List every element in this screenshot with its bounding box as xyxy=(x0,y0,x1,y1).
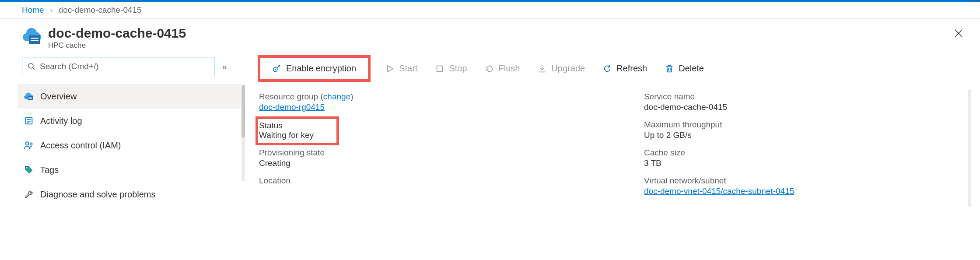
hpc-cache-icon xyxy=(22,26,43,47)
main-content: Enable encryption Start Stop Flush Upgra… xyxy=(241,54,980,207)
status-label: Status xyxy=(259,121,314,130)
location-label: Location xyxy=(259,176,618,186)
service-name-value: doc-demo-cache-0415 xyxy=(644,102,950,112)
sidebar-item-label: Overview xyxy=(40,91,77,102)
sidebar-nav: Overview Activity log Access control (IA… xyxy=(18,84,241,207)
provisioning-label: Provisioning state xyxy=(259,148,618,158)
close-button[interactable] xyxy=(954,28,963,41)
highlight-status: Status Waiting for key xyxy=(259,120,336,142)
field-service-name: Service name doc-demo-cache-0415 xyxy=(644,92,950,112)
breadcrumb-home[interactable]: Home xyxy=(22,5,44,14)
sidebar-item-activity-log[interactable]: Activity log xyxy=(18,109,241,133)
svg-rect-2 xyxy=(31,40,38,41)
svg-rect-5 xyxy=(28,96,33,100)
field-vnet: Virtual network/subnet doc-demo-vnet-041… xyxy=(644,176,950,196)
flush-label: Flush xyxy=(499,63,520,74)
toolbar: Enable encryption Start Stop Flush Upgra… xyxy=(257,54,980,83)
play-icon xyxy=(385,64,395,74)
key-icon xyxy=(272,64,282,74)
field-location: Location xyxy=(259,176,618,186)
max-throughput-label: Maximum throughput xyxy=(644,120,950,130)
svg-point-14 xyxy=(30,143,32,145)
field-cache-size: Cache size 3 TB xyxy=(644,148,950,168)
highlight-enable-encryption: Enable encryption xyxy=(259,56,369,81)
refresh-icon xyxy=(602,64,612,74)
stop-label: Stop xyxy=(449,63,467,74)
max-throughput-value: Up to 2 GB/s xyxy=(644,130,950,140)
cloud-file-icon xyxy=(24,91,34,102)
sidebar: « Overview Activity log Access control (… xyxy=(18,54,241,207)
page-header: doc-demo-cache-0415 HPC cache xyxy=(0,19,980,54)
svg-rect-7 xyxy=(28,98,32,98)
search-input-wrap[interactable] xyxy=(22,57,214,76)
svg-point-3 xyxy=(28,63,33,68)
close-icon xyxy=(954,28,963,38)
field-provisioning: Provisioning state Creating xyxy=(259,148,618,168)
start-label: Start xyxy=(399,63,417,74)
svg-point-13 xyxy=(26,142,29,145)
cache-size-label: Cache size xyxy=(644,148,950,158)
service-name-label: Service name xyxy=(644,92,950,102)
refresh-label: Refresh xyxy=(616,63,647,74)
field-max-throughput: Maximum throughput Up to 2 GB/s xyxy=(644,120,950,140)
sidebar-item-label: Diagnose and solve problems xyxy=(40,190,156,200)
svg-line-4 xyxy=(33,68,35,70)
sidebar-item-label: Access control (IAM) xyxy=(40,141,121,151)
upgrade-button[interactable]: Upgrade xyxy=(536,61,587,76)
cache-size-value: 3 TB xyxy=(644,158,950,168)
change-link[interactable]: change xyxy=(323,92,350,101)
chevron-right-icon: › xyxy=(50,5,52,14)
search-icon xyxy=(28,63,35,70)
main-scrollbar[interactable] xyxy=(968,89,971,207)
provisioning-value: Creating xyxy=(259,158,618,168)
vnet-label: Virtual network/subnet xyxy=(644,176,950,186)
svg-point-15 xyxy=(26,167,28,169)
upgrade-label: Upgrade xyxy=(551,63,585,74)
download-icon xyxy=(537,64,547,74)
field-resource-group: Resource group (change) doc-demo-rg0415 xyxy=(259,92,618,112)
sidebar-item-tags[interactable]: Tags xyxy=(18,158,241,182)
resource-group-label: Resource group xyxy=(259,92,318,101)
svg-rect-18 xyxy=(437,66,443,71)
delete-label: Delete xyxy=(679,63,704,74)
sidebar-item-iam[interactable]: Access control (IAM) xyxy=(18,133,241,158)
tag-icon xyxy=(24,165,34,175)
delete-button[interactable]: Delete xyxy=(663,61,706,76)
flush-icon xyxy=(485,64,494,74)
stop-button[interactable]: Stop xyxy=(433,61,469,76)
collapse-sidebar-button[interactable]: « xyxy=(222,62,224,72)
vnet-value[interactable]: doc-demo-vnet-0415/cache-subnet-0415 xyxy=(644,186,794,196)
svg-rect-1 xyxy=(31,38,38,39)
refresh-button[interactable]: Refresh xyxy=(601,61,649,76)
delete-icon xyxy=(665,64,674,74)
wrench-icon xyxy=(24,189,34,200)
details-column-right: Service name doc-demo-cache-0415 Maximum… xyxy=(644,92,950,204)
svg-rect-6 xyxy=(28,97,32,98)
sidebar-item-diagnose[interactable]: Diagnose and solve problems xyxy=(18,182,241,207)
svg-point-17 xyxy=(275,69,276,70)
status-value: Waiting for key xyxy=(259,130,314,140)
sidebar-item-label: Activity log xyxy=(40,116,82,126)
svg-rect-11 xyxy=(27,121,31,122)
enable-encryption-label: Enable encryption xyxy=(286,63,356,74)
page-subtitle: HPC cache xyxy=(48,41,186,50)
people-icon xyxy=(24,140,34,151)
search-input[interactable] xyxy=(40,62,209,71)
svg-rect-12 xyxy=(27,123,29,123)
sidebar-item-label: Tags xyxy=(40,165,59,175)
stop-icon xyxy=(435,64,444,74)
svg-rect-10 xyxy=(27,119,31,120)
start-button[interactable]: Start xyxy=(383,61,419,76)
page-title: doc-demo-cache-0415 xyxy=(48,26,186,40)
resource-group-value[interactable]: doc-demo-rg0415 xyxy=(259,102,325,112)
breadcrumb-current: doc-demo-cache-0415 xyxy=(59,5,142,14)
sidebar-item-overview[interactable]: Overview xyxy=(18,84,241,109)
breadcrumb: Home › doc-demo-cache-0415 xyxy=(0,2,980,19)
flush-button[interactable]: Flush xyxy=(483,61,522,76)
details-column-left: Resource group (change) doc-demo-rg0415 … xyxy=(259,92,618,204)
enable-encryption-button[interactable]: Enable encryption xyxy=(270,61,358,76)
log-icon xyxy=(24,116,34,126)
